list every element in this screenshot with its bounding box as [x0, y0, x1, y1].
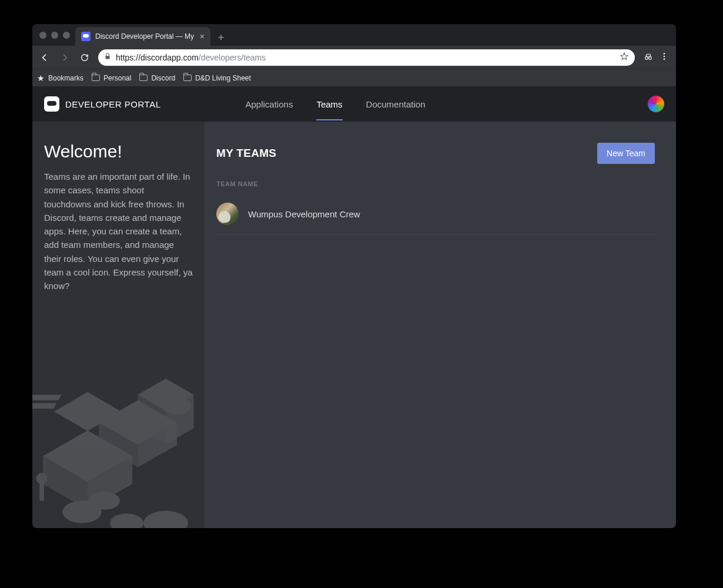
window-controls[interactable] [39, 32, 70, 39]
browser-tab[interactable]: Discord Developer Portal — My × [75, 27, 210, 46]
browser-window: Discord Developer Portal — My × + https:… [32, 24, 676, 528]
star-icon: ★ [37, 73, 45, 83]
team-row[interactable]: Wumpus Development Crew [216, 198, 655, 235]
url-prefix: https:// [116, 53, 140, 62]
reload-button[interactable] [76, 49, 93, 66]
column-header-team-name: TEAM NAME [216, 180, 655, 187]
svg-rect-9 [32, 403, 57, 409]
address-bar[interactable]: https://discordapp.com/developers/teams [98, 49, 635, 66]
forward-button[interactable] [56, 49, 73, 66]
bookmark-personal[interactable]: Personal [92, 74, 131, 82]
logo[interactable]: DEVELOPER PORTAL [44, 96, 161, 112]
bookmark-star-icon[interactable] [620, 52, 629, 63]
isometric-art-icon [32, 305, 205, 528]
svg-point-12 [143, 511, 188, 528]
lock-icon [104, 52, 111, 63]
header-nav: Applications Teams Documentation [246, 88, 426, 120]
folder-icon [183, 75, 192, 81]
app-body: Welcome! Teams are an important part of … [32, 122, 676, 528]
folder-icon [139, 75, 148, 81]
bookmark-label: Discord [151, 74, 175, 82]
user-avatar[interactable] [648, 96, 664, 112]
back-button[interactable] [36, 49, 53, 66]
svg-rect-8 [32, 395, 62, 401]
main-header-row: MY TEAMS New Team [216, 143, 655, 164]
incognito-icon[interactable] [643, 51, 654, 64]
bookmarks-bar: ★ Bookmarks Personal Discord D&D Living … [32, 69, 676, 86]
browser-tab-strip: Discord Developer Portal — My × + [32, 24, 676, 46]
toolbar-right-icons [640, 51, 672, 64]
new-team-button[interactable]: New Team [597, 143, 655, 164]
url-host: discordapp.com [140, 53, 199, 62]
tab-applications[interactable]: Applications [246, 88, 293, 120]
window-maximize-dot[interactable] [63, 32, 70, 39]
bookmark-label: D&D Living Sheet [195, 74, 251, 82]
bookmark-discord[interactable]: Discord [139, 74, 175, 82]
window-minimize-dot[interactable] [51, 32, 58, 39]
new-tab-button[interactable]: + [213, 29, 229, 46]
logo-text: DEVELOPER PORTAL [65, 99, 161, 109]
svg-point-1 [649, 56, 652, 59]
bookmark-bookmarks[interactable]: ★ Bookmarks [37, 73, 83, 83]
team-avatar-icon [216, 203, 239, 225]
menu-icon[interactable] [660, 52, 669, 63]
svg-point-0 [645, 56, 648, 59]
svg-point-13 [89, 492, 120, 509]
bookmark-label: Personal [103, 74, 131, 82]
url-text: https://discordapp.com/developers/teams [116, 53, 266, 62]
sidebar: Welcome! Teams are an important part of … [32, 122, 205, 528]
folder-icon [92, 75, 100, 81]
discord-favicon-icon [81, 32, 91, 41]
tab-title: Discord Developer Portal — My [95, 32, 194, 41]
browser-toolbar: https://discordapp.com/developers/teams [32, 46, 676, 69]
discord-logo-icon [44, 96, 59, 112]
bookmark-label: Bookmarks [48, 74, 83, 82]
team-name: Wumpus Development Crew [248, 209, 360, 219]
svg-point-2 [664, 53, 665, 55]
svg-point-4 [664, 58, 665, 60]
bookmark-dnd[interactable]: D&D Living Sheet [183, 74, 251, 82]
tab-teams[interactable]: Teams [316, 88, 342, 120]
main-content: MY TEAMS New Team TEAM NAME Wumpus Devel… [205, 122, 676, 528]
sidebar-title: Welcome! [44, 142, 193, 162]
svg-point-3 [664, 55, 665, 57]
url-path: /developers/teams [199, 53, 266, 62]
page-title: MY TEAMS [216, 147, 276, 160]
sidebar-body: Teams are an important part of life. In … [44, 170, 193, 293]
tab-documentation[interactable]: Documentation [366, 88, 426, 120]
tab-close-icon[interactable]: × [200, 32, 205, 41]
svg-rect-11 [39, 479, 44, 501]
svg-point-7 [110, 513, 143, 528]
app-header: DEVELOPER PORTAL Applications Teams Docu… [32, 86, 676, 122]
window-close-dot[interactable] [39, 32, 46, 39]
